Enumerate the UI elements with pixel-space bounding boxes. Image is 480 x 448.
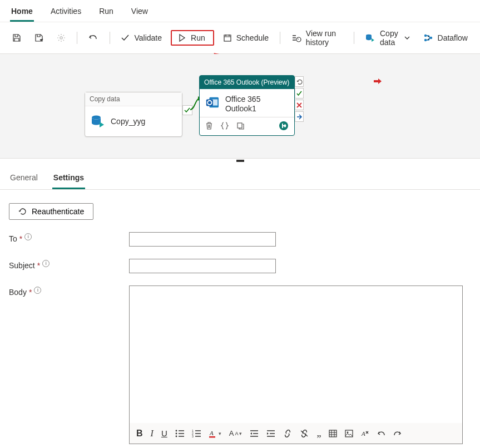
skip-output-handle[interactable]: [295, 111, 304, 122]
underline-button[interactable]: U: [161, 429, 167, 438]
outlook-activity[interactable]: Office 365 Outlook (Preview) Office 365 …: [199, 75, 295, 136]
svg-rect-22: [329, 430, 337, 437]
to-label: To * i: [9, 232, 129, 243]
toolbar-separator: [77, 32, 77, 44]
unlink-icon: [300, 430, 309, 437]
svg-point-4: [424, 35, 426, 37]
svg-point-7: [92, 116, 101, 120]
fail-output-handle[interactable]: [295, 100, 304, 110]
font-size-button[interactable]: AA ▾: [229, 429, 243, 437]
required-indicator: *: [29, 288, 32, 297]
view-run-history-button[interactable]: View run history: [287, 27, 347, 49]
bold-button[interactable]: B: [136, 429, 143, 439]
save-icon: [12, 33, 21, 42]
outdent-button[interactable]: [250, 430, 259, 437]
unlink-button[interactable]: [300, 430, 309, 437]
indent-icon: [266, 430, 275, 437]
subject-label: Subject * i: [9, 259, 129, 270]
menu-run[interactable]: Run: [98, 3, 115, 22]
chevron-down-icon: ▾: [219, 431, 221, 436]
schedule-button[interactable]: Schedule: [219, 31, 273, 45]
copy-data-button[interactable]: Copy data: [361, 27, 414, 49]
chevron-down-icon: ▾: [239, 431, 242, 436]
menu-activities[interactable]: Activities: [50, 3, 82, 22]
run-arrow-icon: [279, 121, 289, 131]
menu-view[interactable]: View: [130, 3, 149, 22]
outlook-icon: [205, 95, 220, 110]
undo-button[interactable]: [84, 31, 103, 45]
view-run-history-label: View run history: [306, 29, 343, 47]
gear-icon: [57, 33, 66, 42]
undo-rte-button[interactable]: [377, 430, 385, 437]
check-icon: [121, 33, 130, 42]
save-as-button[interactable]: [30, 31, 48, 45]
tab-settings[interactable]: Settings: [52, 170, 85, 189]
dataflow-label: Dataflow: [438, 33, 468, 42]
table-button[interactable]: [329, 430, 337, 437]
info-icon[interactable]: i: [34, 287, 41, 294]
activity-name: Office 365 Outlook1: [225, 95, 289, 114]
image-button[interactable]: [345, 430, 353, 437]
dataflow-button[interactable]: Dataflow: [419, 31, 472, 45]
quote-button[interactable]: „: [316, 427, 321, 439]
reauthenticate-button[interactable]: Reauthenticate: [9, 203, 93, 220]
history-icon: [291, 33, 301, 42]
italic-button[interactable]: I: [151, 429, 154, 439]
arrow-loop-icon: [296, 78, 303, 85]
panel-resize-handle[interactable]: [236, 160, 244, 162]
numbered-list-button[interactable]: 123: [192, 430, 201, 437]
body-input[interactable]: [130, 286, 462, 423]
save-button[interactable]: [8, 31, 26, 45]
svg-point-3: [366, 35, 372, 37]
svg-text:A: A: [209, 430, 214, 436]
x-icon: [296, 102, 302, 108]
clear-formatting-button[interactable]: A: [361, 430, 369, 437]
validate-button[interactable]: Validate: [116, 31, 166, 45]
info-icon[interactable]: i: [42, 260, 50, 267]
check-icon: [296, 91, 302, 96]
body-editor: B I U 123 A ▾ AA ▾: [129, 285, 463, 444]
tab-general[interactable]: General: [9, 170, 39, 189]
indent-button[interactable]: [266, 430, 275, 437]
svg-text:A: A: [361, 430, 365, 437]
svg-point-16: [175, 435, 177, 437]
run-button[interactable]: Run: [171, 30, 214, 46]
undo-icon: [377, 430, 385, 437]
view-code-button[interactable]: [221, 122, 229, 130]
settings-button[interactable]: [52, 31, 70, 45]
completion-output-handle[interactable]: [295, 76, 304, 87]
svg-text:3: 3: [192, 435, 194, 437]
play-icon: [177, 33, 186, 42]
activity-type-label: Office 365 Outlook (Preview): [200, 76, 294, 89]
bullet-list-icon: [175, 430, 184, 437]
toolbar-separator: [354, 32, 354, 44]
to-input[interactable]: [129, 232, 276, 247]
subject-input[interactable]: [129, 259, 276, 273]
trash-icon: [205, 122, 213, 130]
success-output-handle[interactable]: [295, 88, 304, 99]
copy-data-label: Copy data: [380, 29, 400, 47]
font-color-button[interactable]: A ▾: [209, 429, 221, 438]
delete-activity-button[interactable]: [205, 122, 213, 130]
undo-icon: [88, 33, 98, 43]
font-color-icon: A: [209, 429, 217, 438]
svg-point-6: [429, 37, 432, 39]
annotation-arrow-small-icon: [374, 78, 382, 84]
svg-rect-21: [209, 436, 215, 438]
clone-activity-button[interactable]: [236, 122, 244, 130]
run-label: Run: [191, 33, 205, 42]
link-button[interactable]: [283, 430, 292, 437]
redo-rte-button[interactable]: [393, 430, 402, 437]
rte-toolbar: B I U 123 A ▾ AA ▾: [130, 423, 462, 444]
save-as-icon: [34, 33, 43, 42]
execute-activity-button[interactable]: [279, 121, 289, 131]
bullet-list-button[interactable]: [175, 430, 184, 437]
menu-home[interactable]: Home: [10, 3, 34, 22]
reauthenticate-label: Reauthenticate: [32, 207, 84, 216]
info-icon[interactable]: i: [24, 233, 32, 240]
design-canvas[interactable]: Copy data Copy_yyg Office 365 Outlook (P…: [0, 54, 480, 159]
svg-rect-23: [345, 430, 353, 437]
refresh-icon: [18, 207, 27, 216]
copy-data-activity[interactable]: Copy data Copy_yyg: [85, 92, 182, 137]
activity-name: Copy_yyg: [111, 117, 145, 126]
